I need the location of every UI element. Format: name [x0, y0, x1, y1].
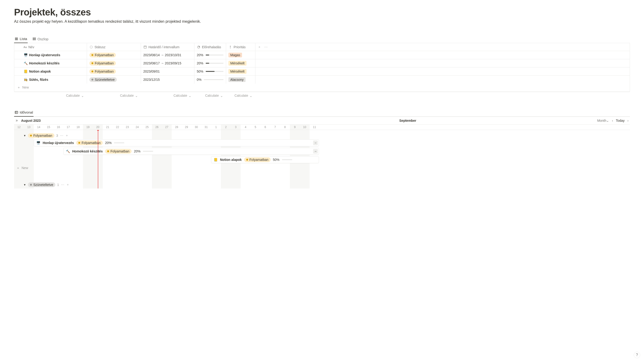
bar-progress-label: 20% — [105, 141, 112, 145]
projects-table: Aa Név Státusz Határidő / intervallum El… — [14, 43, 630, 92]
timeline-add-button[interactable]: ＋ New — [14, 165, 630, 172]
calc-date[interactable]: Calculate⌄ — [141, 92, 194, 99]
row-icon: 📒 — [24, 70, 28, 73]
caret-down-icon: ▼ — [24, 134, 26, 137]
timeline-icon — [14, 111, 18, 114]
status-pill: Szüneteltetve — [89, 77, 117, 82]
calculate-row: Calculate⌄ Calculate⌄ Calculate⌄ Calcula… — [14, 92, 630, 99]
calc-status[interactable]: Calculate⌄ — [87, 92, 141, 99]
timeline-day: 23 — [122, 125, 132, 130]
continue-arrow-icon[interactable]: → — [313, 141, 318, 145]
svg-rect-3 — [33, 37, 34, 40]
next-button[interactable]: › — [627, 119, 628, 123]
tab-timeline-label: Idővonal — [20, 110, 33, 114]
group-more-button[interactable]: ⋯ — [60, 134, 63, 138]
progress-icon — [197, 45, 200, 49]
col-name[interactable]: Aa Név — [14, 43, 87, 51]
timeline-day: 7 — [270, 125, 280, 130]
col-priority[interactable]: Prioritás — [226, 43, 256, 51]
status-icon — [89, 45, 93, 49]
svg-rect-8 — [144, 46, 146, 48]
timeline-day: 22 — [112, 125, 122, 130]
timeline-day: 5 — [250, 125, 260, 130]
zoom-select[interactable]: Month ⌄ — [597, 119, 609, 123]
row-title: Homokozó készítés — [29, 61, 60, 65]
timeline-day: 26 — [152, 125, 162, 130]
col-progress[interactable]: Előrehaladás — [194, 43, 226, 51]
bar-progress-label: 50% — [273, 158, 280, 162]
timeline-day: 3 — [231, 125, 240, 130]
group-count: 3 — [56, 134, 58, 138]
plus-icon: ＋ — [16, 166, 20, 170]
status-pill: Folyamatban — [89, 61, 116, 66]
row-date: 2023/09/01 — [141, 67, 194, 75]
prev-button[interactable]: ‹ — [612, 119, 613, 123]
svg-rect-5 — [35, 37, 36, 40]
col-status[interactable]: Státusz — [87, 43, 141, 51]
more-columns-button[interactable]: ⋯ — [264, 45, 268, 49]
priority-pill: Mérsékelt — [228, 61, 246, 66]
table-row[interactable]: 🔨 Homokozó készítés Folyamatban 2023/08/… — [14, 59, 630, 67]
chevron-down-icon: ⌄ — [220, 94, 224, 97]
timeline-day: 27 — [162, 125, 172, 130]
timeline-group[interactable]: ▼ Folyamatban 3 ⋯ ＋ — [14, 132, 630, 139]
timeline-day: 9 — [290, 125, 300, 130]
calc-name[interactable]: Calculate⌄ — [14, 92, 87, 99]
table-row[interactable]: 🖥️ Honlap újratervezés Folyamatban 2023/… — [14, 51, 630, 59]
timeline-day: 28 — [172, 125, 182, 130]
tab-board[interactable]: Oszlop — [32, 36, 49, 43]
group-more-button[interactable]: ⋯ — [61, 183, 64, 187]
row-date: 2023/12/15 — [141, 76, 194, 84]
chevron-down-icon: ⌄ — [81, 94, 84, 97]
group-add-button[interactable]: ＋ — [66, 183, 70, 187]
timeline-month-label: August 2023 — [21, 119, 40, 123]
row-icon: 🔨 — [24, 61, 28, 65]
timeline-day: 31 — [201, 125, 211, 130]
table-row[interactable]: 👩‍🍳 Sütés, főzés Szüneteltetve 2023/12/1… — [14, 76, 630, 84]
timeline-day: 13 — [24, 125, 34, 130]
timeline-bar[interactable]: 🔨 Homokozó készítés Folyamatban 20% → — [63, 148, 319, 155]
svg-rect-1 — [15, 39, 18, 39]
caret-down-icon: ▼ — [24, 183, 26, 186]
priority-pill: Alacsony — [228, 77, 246, 82]
timeline-bar[interactable]: 🖥️ Honlap újratervezés Folyamatban 20% → — [34, 139, 319, 146]
svg-rect-4 — [34, 37, 34, 40]
svg-point-7 — [90, 46, 92, 48]
status-pill: Folyamatban — [89, 53, 116, 57]
timeline-day: 15 — [44, 125, 54, 130]
timeline-day: 1 — [211, 125, 221, 130]
add-column-button[interactable]: ＋ — [258, 45, 261, 49]
row-icon: 🖥️ — [24, 53, 28, 57]
timeline-days: 1213141516171819202122232425262728293031… — [14, 125, 630, 130]
tab-list[interactable]: Lista — [14, 35, 28, 43]
svg-text:Aa: Aa — [24, 46, 27, 48]
today-button[interactable]: Today — [616, 119, 624, 123]
svg-rect-0 — [15, 38, 18, 38]
timeline-group[interactable]: ▼ Szüneteltetve 1 ⋯ ＋ — [14, 181, 630, 188]
timeline-day: 11 — [310, 125, 320, 130]
calc-prog[interactable]: Calculate⌄ — [194, 92, 226, 99]
timeline-day: 21 — [103, 125, 112, 130]
row-date: 2023/08/14 → 2023/10/31 — [141, 51, 194, 59]
col-date[interactable]: Határidő / intervallum — [141, 43, 194, 51]
continue-arrow-icon[interactable]: → — [313, 149, 318, 154]
timeline-day: 24 — [132, 125, 142, 130]
timeline-day: 4 — [240, 125, 250, 130]
add-row-button[interactable]: ＋ New — [14, 84, 630, 92]
bar-progress — [143, 151, 153, 152]
expand-sidebar-button[interactable] — [16, 119, 19, 122]
table-row[interactable]: 📒 Notion alapok Folyamatban 2023/09/01 5… — [14, 67, 630, 76]
group-add-button[interactable]: ＋ — [65, 134, 68, 138]
timeline-bar[interactable]: 📒 Notion alapok Folyamatban 50% — [211, 156, 319, 163]
progress-cell: 20% — [197, 61, 224, 65]
priority-pill: Magas — [228, 53, 242, 57]
bar-status: Folyamatban — [76, 141, 103, 145]
priority-icon — [228, 45, 232, 49]
calc-prio[interactable]: Calculate⌄ — [226, 92, 255, 99]
bar-icon: 🖥️ — [36, 141, 40, 145]
tab-timeline[interactable]: Idővonal — [14, 109, 34, 117]
progress-cell: 0% — [197, 78, 224, 81]
timeline-day: 6 — [260, 125, 270, 130]
list-icon — [14, 37, 18, 41]
bar-status: Folyamatban — [244, 157, 271, 162]
